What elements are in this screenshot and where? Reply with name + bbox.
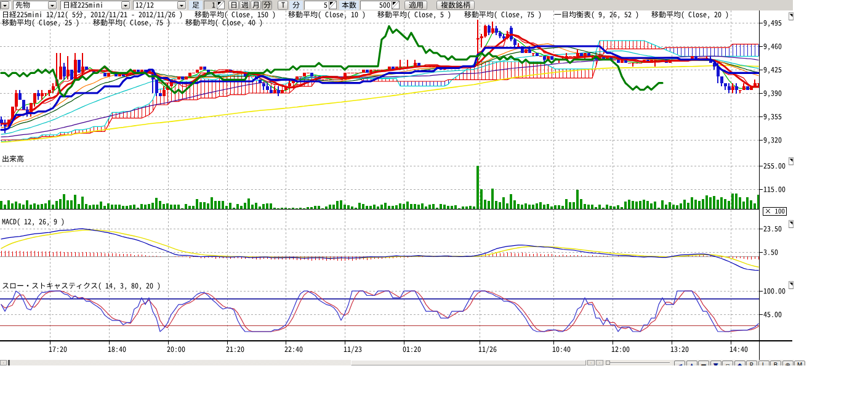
zoom-slider[interactable]	[605, 360, 672, 365]
bar-count-spinner[interactable]	[392, 1, 400, 9]
bar-count-field[interactable]	[360, 1, 392, 10]
period-month-button[interactable]	[251, 1, 261, 10]
bottom-tool-button[interactable]: ◆	[734, 361, 745, 365]
overlay-ma40	[1, 51, 758, 134]
panel-collapse-button[interactable]	[789, 158, 794, 165]
bar-interval-value	[212, 1, 215, 9]
scrollbar-thumb[interactable]	[351, 360, 586, 365]
symbol-combo[interactable]	[60, 1, 131, 10]
bottom-tool-button[interactable]: ⊕	[782, 361, 794, 365]
panel-collapse-button[interactable]	[789, 282, 794, 289]
bar-count-value	[379, 1, 390, 9]
bar-interval-spinner[interactable]	[217, 1, 225, 9]
slider-handle[interactable]	[606, 361, 610, 365]
multi-symbol-button[interactable]	[436, 1, 475, 10]
bar-count-label	[339, 1, 359, 10]
scroll-step-right-button[interactable]: ·	[596, 360, 603, 365]
scroll-step-left-button[interactable]: ·	[587, 360, 595, 365]
minute-spinner[interactable]	[329, 1, 337, 9]
symbol-value	[61, 1, 121, 9]
bar-type-label	[189, 1, 203, 10]
bottom-tool-button[interactable]: ▼	[710, 361, 721, 365]
chevron-down-icon	[177, 1, 186, 9]
period-tick-button[interactable]	[278, 1, 288, 10]
contract-month-combo[interactable]	[133, 1, 187, 10]
bottom-tool-button[interactable]: B	[770, 361, 781, 365]
price-panel	[0, 20, 760, 142]
panel-collapse-button[interactable]	[789, 221, 794, 228]
contract-month-value	[134, 1, 177, 9]
slider-groove	[608, 362, 670, 364]
chevron-down-icon	[48, 1, 57, 9]
bottom-tool-button[interactable]: M	[794, 361, 805, 365]
minute-value	[324, 1, 328, 9]
axes	[0, 10, 792, 360]
panel-select-combo[interactable]	[0, 1, 11, 10]
overlay-ma75	[1, 56, 758, 137]
period-day-button[interactable]	[228, 1, 239, 10]
scroll-mark	[8, 360, 10, 365]
chevron-down-icon	[1, 1, 9, 9]
chart-application: · · · ◄▲▬▼▫◆RLB⊕M	[0, 0, 868, 408]
chart-canvas[interactable]	[0, 0, 868, 408]
instrument-type-combo[interactable]	[13, 1, 57, 10]
macd-line	[1, 229, 758, 270]
toolbar	[0, 0, 793, 10]
apply-button[interactable]	[404, 1, 427, 10]
scroll-left-button[interactable]: ·	[0, 360, 7, 365]
bottom-tool-button[interactable]: ▬	[698, 361, 709, 365]
bottom-tool-button[interactable]: ◄	[674, 361, 685, 365]
bar-interval-field[interactable]	[204, 1, 217, 10]
instrument-type-value	[14, 1, 48, 9]
minute-label	[289, 1, 303, 10]
macd-panel	[1, 229, 759, 270]
bottom-tool-button[interactable]: L	[758, 361, 770, 365]
bottom-tool-button[interactable]: ▲	[686, 361, 697, 365]
bottom-tool-button[interactable]: ▫	[722, 361, 733, 365]
overlay-chikou	[1, 26, 662, 96]
period-week-button[interactable]	[239, 1, 250, 10]
macd-signal-line	[1, 230, 758, 267]
bottom-tool-button[interactable]: R	[746, 361, 757, 365]
minute-value-field[interactable]	[304, 1, 329, 10]
panel-collapse-button[interactable]	[789, 13, 794, 20]
chevron-down-icon	[121, 1, 130, 9]
volume-bars	[0, 166, 760, 209]
bottom-toolbar: ◄▲▬▼▫◆RLB⊕M	[674, 361, 806, 365]
period-minute-button[interactable]	[262, 1, 272, 10]
